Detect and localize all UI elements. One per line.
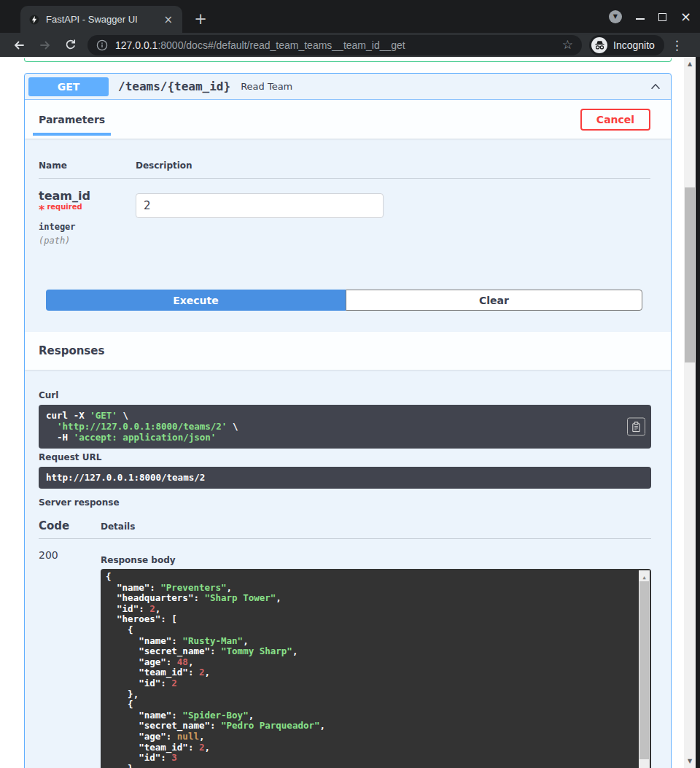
incognito-badge: Incognito [589, 35, 664, 55]
parameter-type: integer [39, 222, 136, 232]
curl-command: curl -X 'GET' \ 'http://127.0.0.1:8000/t… [39, 405, 651, 449]
url-path: :8000/docs#/default/read_team_teams__tea… [158, 39, 405, 51]
operation-path: /teams/{team_id} [118, 79, 230, 93]
bookmark-star-icon[interactable]: ☆ [562, 39, 573, 51]
response-body-json: { "name": "Preventers", "headquarters": … [101, 569, 651, 768]
column-header-details: Details [101, 521, 135, 532]
url-text[interactable]: 127.0.0.1:8000/docs#/default/read_team_t… [115, 39, 405, 51]
fastapi-favicon-icon [29, 15, 39, 25]
tab-title: FastAPI - Swagger UI [46, 14, 160, 25]
page-scrollbar[interactable]: ▲ ▼ [684, 57, 696, 768]
server-response-label: Server response [39, 497, 651, 508]
status-code: 200 [39, 549, 101, 768]
curl-label: Curl [39, 390, 651, 400]
window-close-button[interactable]: × [680, 10, 691, 23]
column-header-name: Name [39, 160, 136, 171]
incognito-label: Incognito [613, 39, 655, 51]
response-scrollbar-thumb[interactable] [639, 581, 649, 759]
opblock-get-teams: GET /teams/{team_id} Read Team Parameter… [24, 73, 672, 768]
required-asterisk: * [39, 203, 44, 217]
copy-to-clipboard-button[interactable] [627, 418, 645, 436]
tab-close-icon[interactable]: × [160, 13, 176, 26]
execute-button[interactable]: Execute [46, 290, 346, 311]
clear-button[interactable]: Clear [346, 290, 642, 311]
previous-opblock-edge [24, 58, 672, 62]
swagger-page: GET /teams/{team_id} Read Team Parameter… [0, 57, 696, 768]
response-scrollbar[interactable]: ▲ [639, 570, 650, 768]
response-json-code: { "name": "Preventers", "headquarters": … [106, 572, 635, 768]
window-minimize-button[interactable] [636, 18, 645, 20]
parameters-table: Name Description team_id *required integ… [25, 139, 671, 290]
window-edge [696, 57, 700, 768]
browser-chrome: FastAPI - Swagger UI × + ▼ × 127.0.0 [0, 0, 700, 57]
browser-toolbar: 127.0.0.1:8000/docs#/default/read_team_t… [0, 33, 700, 57]
response-row: 200 Response body { "name": "Preventers"… [39, 549, 651, 768]
parameter-location: (path) [39, 236, 136, 246]
page-scrollbar-thumb[interactable] [685, 187, 695, 362]
window-maximize-button[interactable] [658, 13, 666, 21]
request-url-label: Request URL [39, 452, 651, 462]
divider [39, 538, 651, 539]
parameter-name: team_id *required [39, 189, 136, 217]
parameters-tab-underline [33, 133, 111, 136]
scroll-down-arrow-icon[interactable]: ▼ [684, 758, 696, 764]
response-body-label: Response body [101, 555, 651, 565]
responses-title: Responses [39, 344, 104, 357]
url-host: 127.0.0.1 [115, 39, 158, 51]
opblock-summary[interactable]: GET /teams/{team_id} Read Team [25, 74, 671, 100]
parameter-row: team_id *required integer (path) [39, 189, 650, 246]
browser-tab[interactable]: FastAPI - Swagger UI × [20, 6, 182, 33]
forward-button[interactable] [38, 38, 52, 53]
required-label: required [47, 203, 82, 211]
operation-summary: Read Team [241, 81, 292, 92]
tab-parameters[interactable]: Parameters [33, 100, 111, 139]
parameters-header: Parameters Cancel [25, 100, 671, 139]
new-tab-button[interactable]: + [191, 10, 210, 29]
scroll-up-arrow-icon[interactable]: ▲ [684, 61, 696, 67]
method-badge: GET [28, 77, 109, 96]
request-url-value: http://127.0.0.1:8000/teams/2 [39, 467, 651, 489]
execute-row: Execute Clear [25, 290, 671, 332]
column-header-code: Code [39, 519, 101, 532]
parameters-tab-label: Parameters [39, 114, 105, 125]
cancel-button[interactable]: Cancel [580, 109, 650, 131]
responses-header: Responses [25, 332, 671, 370]
collapse-chevron-icon[interactable] [649, 80, 662, 93]
browser-menu-icon[interactable]: ⋮ [671, 38, 683, 53]
browser-update-icon[interactable]: ▼ [609, 10, 622, 23]
team-id-input[interactable] [136, 193, 384, 218]
divider [39, 178, 650, 179]
responses-body: Curl curl -X 'GET' \ 'http://127.0.0.1:8… [25, 370, 671, 768]
reload-button[interactable] [64, 39, 77, 52]
back-button[interactable] [12, 38, 26, 53]
incognito-icon [591, 37, 607, 53]
site-info-icon[interactable] [96, 39, 108, 51]
parameter-name-text: team_id [39, 189, 90, 203]
address-bar[interactable]: 127.0.0.1:8000/docs#/default/read_team_t… [88, 35, 582, 55]
column-header-description: Description [136, 160, 650, 171]
